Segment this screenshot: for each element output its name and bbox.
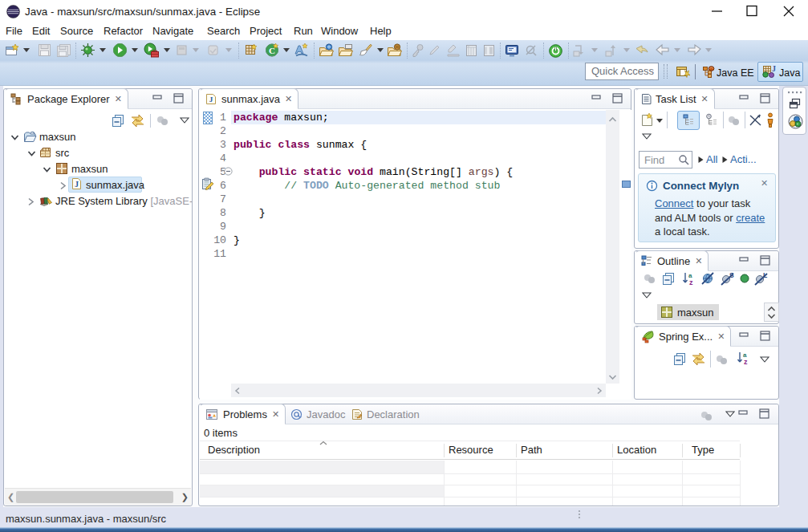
svg-text:z: z	[689, 278, 693, 286]
svg-text:J: J	[75, 180, 79, 189]
svg-text:J: J	[772, 64, 776, 73]
svg-text:J: J	[209, 95, 213, 104]
svg-text:S: S	[729, 271, 734, 279]
svg-text:z: z	[744, 358, 748, 366]
svg-text:L: L	[763, 271, 767, 279]
